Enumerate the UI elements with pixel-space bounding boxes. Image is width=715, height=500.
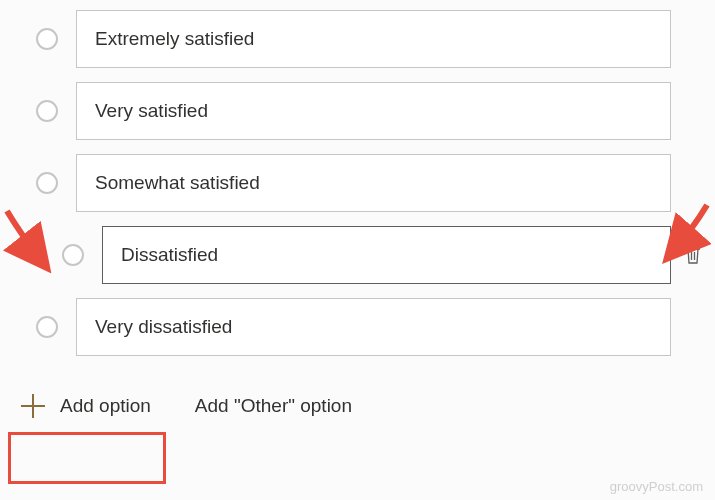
radio-icon — [62, 244, 84, 266]
option-input[interactable]: Very satisfied — [76, 82, 671, 140]
options-list: Extremely satisfied Very satisfied Somew… — [0, 0, 715, 356]
svg-point-3 — [39, 253, 42, 256]
option-input[interactable]: Dissatisfied — [102, 226, 671, 284]
annotation-highlight-box — [8, 432, 166, 484]
plus-icon — [20, 393, 46, 419]
svg-point-1 — [39, 246, 42, 249]
option-input[interactable]: Extremely satisfied — [76, 10, 671, 68]
add-option-label: Add option — [60, 395, 151, 417]
add-other-option-button[interactable]: Add "Other" option — [191, 385, 356, 427]
radio-icon — [36, 100, 58, 122]
svg-point-2 — [33, 253, 36, 256]
footer: Add option Add "Other" option — [0, 383, 715, 429]
svg-point-5 — [39, 260, 42, 263]
option-row-editing: Dissatisfied — [0, 226, 715, 284]
radio-icon — [36, 28, 58, 50]
option-row: Extremely satisfied — [0, 10, 715, 68]
delete-option-button[interactable] — [671, 244, 715, 266]
watermark: groovyPost.com — [610, 479, 703, 494]
svg-point-4 — [33, 260, 36, 263]
option-input[interactable]: Somewhat satisfied — [76, 154, 671, 212]
radio-icon — [36, 316, 58, 338]
option-row: Somewhat satisfied — [0, 154, 715, 212]
svg-point-0 — [33, 246, 36, 249]
radio-icon — [36, 172, 58, 194]
option-row: Very dissatisfied — [0, 298, 715, 356]
option-input[interactable]: Very dissatisfied — [76, 298, 671, 356]
drag-handle-icon[interactable] — [26, 245, 50, 265]
add-option-button[interactable]: Add option — [14, 383, 163, 429]
option-row: Very satisfied — [0, 82, 715, 140]
